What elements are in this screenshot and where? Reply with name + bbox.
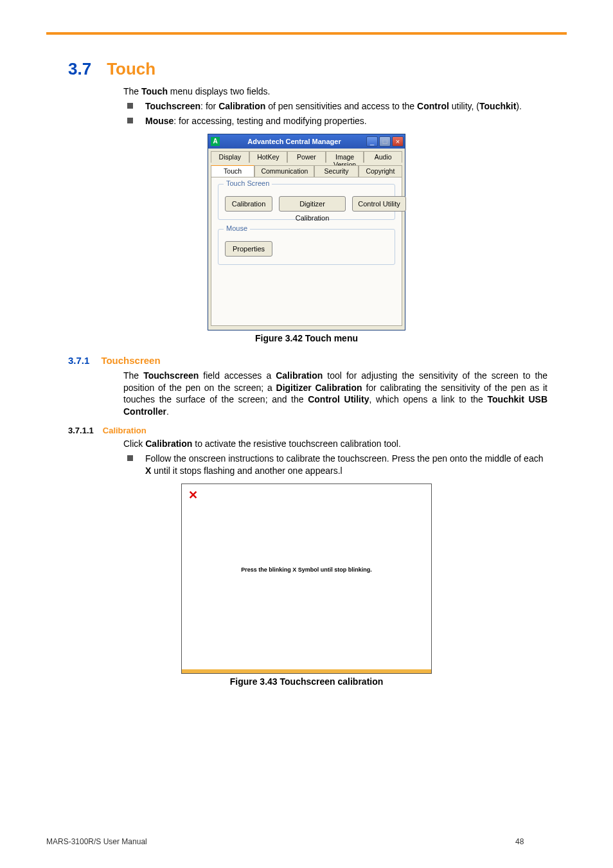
section-title: Touch <box>107 59 155 79</box>
bullet-follow: Follow the onscreen instructions to cali… <box>123 453 547 477</box>
calibration-bullets: Follow the onscreen instructions to cali… <box>123 453 547 477</box>
tabs-row-front: Touch Communication Security Copyright <box>208 163 405 177</box>
close-button[interactable]: × <box>392 136 404 147</box>
bullet-bold: Touchkit <box>479 101 516 111</box>
para-bold: Calibration <box>276 370 323 381</box>
subsection-number: 3.7.1 <box>68 355 89 366</box>
properties-button[interactable]: Properties <box>225 241 272 257</box>
control-utility-button[interactable]: Control Utility <box>352 196 406 212</box>
calibration-message: Press the blinking X Symbol until stop b… <box>182 566 431 573</box>
digitizer-calibration-button[interactable]: Digitizer Calibration <box>279 196 346 212</box>
header-rule <box>46 32 567 35</box>
section-heading: 3.7 Touch <box>68 59 567 79</box>
para-bold: Control Utility <box>308 394 369 404</box>
figure-caption: Figure 3.43 Touchscreen calibration <box>46 676 567 687</box>
section-number: 3.7 <box>68 59 91 79</box>
tab-audio[interactable]: Audio <box>364 151 402 163</box>
bullet-bold: Calibration <box>218 101 265 111</box>
tab-power[interactable]: Power <box>287 151 326 163</box>
page-footer: MARS-3100R/S User Manual 48 <box>46 837 567 846</box>
para-text: . <box>166 406 169 417</box>
tab-security[interactable]: Security <box>314 165 358 177</box>
footer-left: MARS-3100R/S User Manual <box>46 837 515 846</box>
tab-image-version[interactable]: Image Version <box>326 151 364 163</box>
tabs-row-back: Display HotKey Power Image Version Audio <box>208 149 405 163</box>
bullet-text: until it stops flashing and another one … <box>151 466 342 476</box>
bullet-text: : for accessing, testing and modifying p… <box>173 116 366 126</box>
calibration-x-icon[interactable]: ✕ <box>188 488 198 502</box>
bullet-mouse: Mouse: for accessing, testing and modify… <box>123 115 547 127</box>
footer-page: 48 <box>515 837 567 846</box>
tab-copyright[interactable]: Copyright <box>359 165 402 177</box>
bullet-text: ). <box>516 101 522 111</box>
calibration-window[interactable]: ✕ Press the blinking X Symbol until stop… <box>181 484 432 674</box>
para-text: , which opens a link to the <box>369 394 487 404</box>
subsection-paragraph: The Touchscreen field accesses a Calibra… <box>123 370 547 419</box>
bullet-text: : for <box>200 101 218 111</box>
maximize-button: □ <box>379 136 391 147</box>
line-bold: Calibration <box>145 439 192 449</box>
titlebar[interactable]: A Advantech Central Manager _ □ × <box>208 134 405 149</box>
figure-caption: Figure 3.42 Touch menu <box>46 333 567 343</box>
para-text: field accesses a <box>199 370 276 381</box>
para-bold: Digitizer Calibration <box>276 383 362 393</box>
line-pre: Click <box>123 439 145 449</box>
tab-hotkey[interactable]: HotKey <box>249 151 288 163</box>
bullet-text: utility, ( <box>449 101 479 111</box>
bullet-text: of pen sensitivities and access to the <box>265 101 417 111</box>
subsubsection-heading: 3.7.1.1 Calibration <box>68 426 567 435</box>
group-touchscreen: Touch Screen Calibration Digitizer Calib… <box>218 184 395 220</box>
group-legend: Mouse <box>224 224 250 232</box>
intro-line: The Touch menu displays two fields. <box>123 86 547 98</box>
tab-communication[interactable]: Communication <box>254 165 314 177</box>
bullet-bold: Touchscreen <box>145 101 200 111</box>
minimize-button[interactable]: _ <box>366 136 378 147</box>
intro-bold: Touch <box>141 86 168 96</box>
subsubsection-title: Calibration <box>103 426 147 435</box>
subsubsection-number: 3.7.1.1 <box>68 426 94 435</box>
bullet-bold: Mouse <box>145 116 173 126</box>
intro-post: menu displays two fields. <box>168 86 271 96</box>
app-icon: A <box>211 137 220 146</box>
window-title: Advantech Central Manager <box>222 138 366 145</box>
bullet-bold: Control <box>417 101 449 111</box>
bullet-text: Follow the onscreen instructions to cali… <box>145 453 543 464</box>
para-text: The <box>123 370 143 381</box>
calibration-bottom-bar <box>182 669 431 673</box>
calibration-button[interactable]: Calibration <box>225 196 272 212</box>
tab-display[interactable]: Display <box>211 151 249 163</box>
group-mouse: Mouse Properties <box>218 229 395 265</box>
subsection-heading: 3.7.1 Touchscreen <box>68 355 567 366</box>
subsection-title: Touchscreen <box>101 355 160 366</box>
intro-bullets: Touchscreen: for Calibration of pen sens… <box>123 100 547 127</box>
acm-window: A Advantech Central Manager _ □ × Displa… <box>208 134 405 330</box>
calibration-line: Click Calibration to activate the resist… <box>123 438 547 450</box>
tab-touch[interactable]: Touch <box>211 165 254 177</box>
bullet-touchscreen: Touchscreen: for Calibration of pen sens… <box>123 100 547 113</box>
intro-pre: The <box>123 86 141 96</box>
group-legend: Touch Screen <box>224 179 272 187</box>
line-post: to activate the resistive touchscreen ca… <box>192 439 401 449</box>
tab-panel: Touch Screen Calibration Digitizer Calib… <box>211 177 402 326</box>
bullet-bold: X <box>145 466 151 476</box>
para-bold: Touchscreen <box>143 370 199 381</box>
